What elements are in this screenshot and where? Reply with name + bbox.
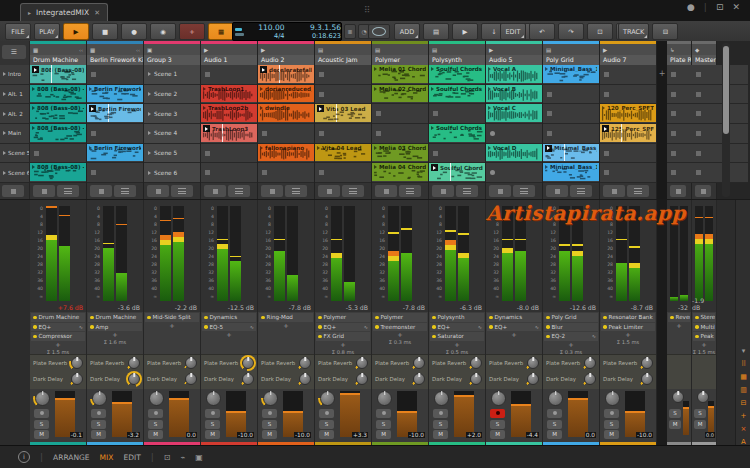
send-knob[interactable] — [584, 357, 596, 369]
pan-knob[interactable] — [548, 391, 563, 406]
fader-value[interactable]: 0.0 — [186, 432, 197, 438]
device-row[interactable]: Drum Machine — [31, 313, 85, 322]
link-icon[interactable]: ⌁ — [180, 453, 185, 462]
record-arm-button[interactable] — [319, 409, 334, 418]
record-arm-button[interactable] — [148, 409, 163, 418]
device-enabled-icon[interactable] — [204, 325, 208, 329]
send-knob[interactable] — [185, 373, 197, 385]
record-arm-button[interactable] — [376, 409, 391, 418]
device-enabled-icon[interactable] — [33, 335, 37, 339]
device-enabled-icon[interactable] — [546, 316, 550, 320]
device-enabled-icon[interactable] — [318, 325, 322, 329]
track-slot-menu-button[interactable] — [399, 185, 421, 197]
pan-knob[interactable] — [35, 391, 50, 406]
collapse-icon[interactable]: ‹‹ — [136, 47, 140, 53]
track-name[interactable]: Polymer — [372, 55, 428, 65]
clip[interactable]: Vocal D — [486, 144, 542, 162]
device-row[interactable]: Polymer — [373, 313, 427, 322]
pan-knob[interactable] — [377, 391, 392, 406]
send-knob[interactable] — [71, 357, 83, 369]
volume-fader[interactable] — [683, 401, 689, 435]
fader-value[interactable]: 0.0 — [705, 432, 715, 438]
clip[interactable]: 120_Perc_SPFT_13 — [600, 104, 656, 122]
send-knob[interactable] — [413, 357, 425, 369]
device-enabled-icon[interactable] — [695, 325, 699, 329]
clip[interactable]: deceleratefall — [258, 65, 314, 83]
send-row[interactable]: Plate Reverb — [429, 355, 485, 371]
clip-slot[interactable]: 808 (Bass-08) - H... — [30, 104, 86, 124]
clip-slot[interactable] — [692, 85, 748, 105]
add-device-button[interactable]: + — [30, 342, 86, 349]
send-knob[interactable] — [356, 373, 368, 385]
window-drag-handle-icon[interactable]: ⠿ — [364, 4, 376, 16]
pan-knob[interactable] — [605, 391, 620, 406]
stop-all-scenes-button[interactable] — [2, 185, 24, 197]
add-section-icon[interactable]: + — [736, 412, 750, 420]
track-stop-button[interactable] — [33, 185, 55, 197]
track-icon-row[interactable]: ↳ — [667, 44, 691, 55]
clip-slot[interactable] — [87, 65, 143, 85]
clip[interactable]: Vocal B — [486, 85, 542, 103]
clip-slot[interactable]: Melia 03 Chords — [372, 144, 428, 164]
send-row[interactable]: Plate Reverb — [258, 355, 314, 371]
device-row[interactable]: EQ+∿ — [487, 323, 541, 332]
pan-knob[interactable] — [434, 391, 449, 406]
device-enabled-icon[interactable] — [318, 335, 322, 339]
add-device-button[interactable]: + — [258, 323, 314, 330]
clip-slot[interactable]: Scene 5 — [144, 144, 200, 164]
clip-slot[interactable] — [692, 65, 748, 85]
clip-slot[interactable]: Berlin Firework B... — [87, 144, 143, 164]
device-row[interactable]: Polysynth — [430, 313, 484, 322]
send-knob[interactable] — [413, 373, 425, 385]
send-row[interactable]: Dark Delay — [315, 371, 371, 387]
clip[interactable]: Soulful Chords 01 B — [429, 85, 485, 103]
record-arm-button[interactable] — [262, 409, 277, 418]
track-stop-button[interactable] — [695, 185, 711, 197]
track-slot-menu-button[interactable] — [285, 185, 307, 197]
add-device-button[interactable]: + — [429, 342, 485, 349]
track-name[interactable]: Master — [692, 55, 716, 65]
add-device-button[interactable]: + — [692, 342, 716, 349]
device-row[interactable]: Peak Limiter — [693, 332, 715, 341]
device-enabled-icon[interactable] — [33, 325, 37, 329]
clip-slot[interactable] — [87, 163, 143, 183]
send-knob[interactable] — [242, 373, 254, 385]
clip-slot[interactable] — [543, 85, 599, 105]
mute-button[interactable]: M — [262, 430, 277, 439]
fader-value[interactable]: -10.0 — [237, 432, 254, 438]
clip-slot[interactable]: Vocal D — [486, 144, 542, 164]
clip[interactable]: 125_Perc_SPFT_11 — [600, 124, 656, 142]
device-enabled-icon[interactable] — [432, 335, 436, 339]
clip-slot[interactable] — [30, 144, 86, 164]
send-knob[interactable] — [185, 357, 197, 369]
device-row[interactable]: Saturator — [430, 332, 484, 341]
device-row[interactable]: Stereo Split — [693, 313, 715, 322]
clip-slot[interactable]: Minimal_Bass_15 A — [543, 65, 599, 85]
clip[interactable]: Vita 03 Lead — [315, 104, 371, 122]
track-slot-menu-button[interactable] — [57, 185, 79, 197]
track-stop-button[interactable] — [432, 185, 454, 197]
track-stop-button[interactable] — [204, 185, 226, 197]
solo-button[interactable]: S — [319, 420, 334, 429]
device-enabled-icon[interactable] — [695, 335, 699, 339]
solo-button[interactable]: S — [694, 409, 706, 418]
volume-fader[interactable] — [708, 401, 714, 435]
add-device-button[interactable]: + — [600, 332, 656, 339]
record-arm-button[interactable] — [547, 409, 562, 418]
solo-button[interactable]: S — [34, 420, 49, 429]
clip-slot[interactable] — [600, 85, 656, 105]
device-row[interactable]: Mid-Side Split — [145, 313, 199, 322]
project-tab[interactable]: ▸ IntegratedMIX ✕ — [20, 3, 108, 21]
send-knob[interactable] — [356, 357, 368, 369]
track-name[interactable]: Drum Machine — [30, 55, 86, 65]
add-device-button[interactable]: + — [667, 323, 691, 330]
track-name[interactable]: Polysynth — [429, 55, 485, 65]
track-slot-menu-button[interactable] — [342, 185, 364, 197]
clip-slot[interactable]: Scene 4 — [144, 124, 200, 144]
track-stop-button[interactable] — [546, 185, 568, 197]
mute-button[interactable]: M — [433, 430, 448, 439]
clip-slot[interactable]: TrashLoop1 — [201, 85, 257, 105]
send-row[interactable]: Dark Delay — [543, 371, 599, 387]
mute-button[interactable]: M — [376, 430, 391, 439]
clip-slot[interactable]: 125_Perc_SPFT_11 — [600, 124, 656, 144]
